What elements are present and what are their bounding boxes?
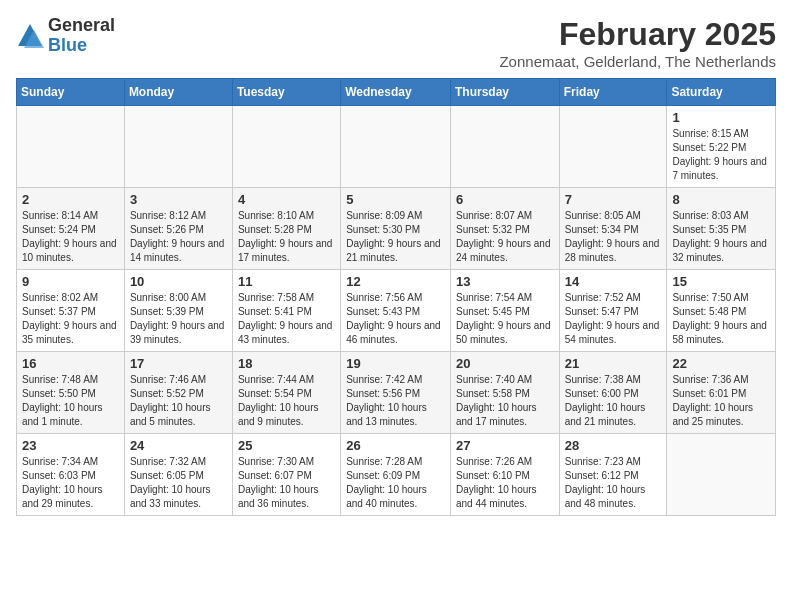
logo: General Blue [16,16,115,56]
day-info: Sunrise: 8:15 AM Sunset: 5:22 PM Dayligh… [672,127,770,183]
day-number: 26 [346,438,445,453]
day-cell-7: 7Sunrise: 8:05 AM Sunset: 5:34 PM Daylig… [559,188,667,270]
week-row-3: 9Sunrise: 8:02 AM Sunset: 5:37 PM Daylig… [17,270,776,352]
empty-cell [17,106,125,188]
day-number: 7 [565,192,662,207]
calendar-subtitle: Zonnemaat, Gelderland, The Netherlands [499,53,776,70]
logo-blue-text: Blue [48,36,115,56]
empty-cell [232,106,340,188]
day-cell-12: 12Sunrise: 7:56 AM Sunset: 5:43 PM Dayli… [341,270,451,352]
day-number: 12 [346,274,445,289]
day-cell-10: 10Sunrise: 8:00 AM Sunset: 5:39 PM Dayli… [124,270,232,352]
day-cell-1: 1Sunrise: 8:15 AM Sunset: 5:22 PM Daylig… [667,106,776,188]
day-cell-8: 8Sunrise: 8:03 AM Sunset: 5:35 PM Daylig… [667,188,776,270]
day-cell-3: 3Sunrise: 8:12 AM Sunset: 5:26 PM Daylig… [124,188,232,270]
day-cell-24: 24Sunrise: 7:32 AM Sunset: 6:05 PM Dayli… [124,434,232,516]
logo-general-text: General [48,16,115,36]
column-header-wednesday: Wednesday [341,79,451,106]
column-header-monday: Monday [124,79,232,106]
day-info: Sunrise: 7:50 AM Sunset: 5:48 PM Dayligh… [672,291,770,347]
column-header-sunday: Sunday [17,79,125,106]
day-number: 20 [456,356,554,371]
day-number: 5 [346,192,445,207]
day-number: 21 [565,356,662,371]
day-number: 23 [22,438,119,453]
day-number: 9 [22,274,119,289]
calendar-title: February 2025 [499,16,776,53]
day-cell-16: 16Sunrise: 7:48 AM Sunset: 5:50 PM Dayli… [17,352,125,434]
day-number: 4 [238,192,335,207]
day-info: Sunrise: 8:14 AM Sunset: 5:24 PM Dayligh… [22,209,119,265]
day-number: 6 [456,192,554,207]
logo-text: General Blue [48,16,115,56]
day-info: Sunrise: 7:23 AM Sunset: 6:12 PM Dayligh… [565,455,662,511]
day-number: 28 [565,438,662,453]
day-cell-28: 28Sunrise: 7:23 AM Sunset: 6:12 PM Dayli… [559,434,667,516]
day-info: Sunrise: 7:34 AM Sunset: 6:03 PM Dayligh… [22,455,119,511]
day-info: Sunrise: 7:30 AM Sunset: 6:07 PM Dayligh… [238,455,335,511]
day-number: 13 [456,274,554,289]
day-number: 10 [130,274,227,289]
title-area: February 2025 Zonnemaat, Gelderland, The… [499,16,776,70]
day-info: Sunrise: 7:46 AM Sunset: 5:52 PM Dayligh… [130,373,227,429]
day-cell-18: 18Sunrise: 7:44 AM Sunset: 5:54 PM Dayli… [232,352,340,434]
day-info: Sunrise: 7:48 AM Sunset: 5:50 PM Dayligh… [22,373,119,429]
day-cell-2: 2Sunrise: 8:14 AM Sunset: 5:24 PM Daylig… [17,188,125,270]
day-info: Sunrise: 8:00 AM Sunset: 5:39 PM Dayligh… [130,291,227,347]
day-info: Sunrise: 8:07 AM Sunset: 5:32 PM Dayligh… [456,209,554,265]
column-header-tuesday: Tuesday [232,79,340,106]
week-row-1: 1Sunrise: 8:15 AM Sunset: 5:22 PM Daylig… [17,106,776,188]
day-info: Sunrise: 8:03 AM Sunset: 5:35 PM Dayligh… [672,209,770,265]
day-info: Sunrise: 7:28 AM Sunset: 6:09 PM Dayligh… [346,455,445,511]
empty-cell [450,106,559,188]
day-cell-25: 25Sunrise: 7:30 AM Sunset: 6:07 PM Dayli… [232,434,340,516]
day-cell-23: 23Sunrise: 7:34 AM Sunset: 6:03 PM Dayli… [17,434,125,516]
header-row: SundayMondayTuesdayWednesdayThursdayFrid… [17,79,776,106]
day-info: Sunrise: 7:40 AM Sunset: 5:58 PM Dayligh… [456,373,554,429]
day-cell-5: 5Sunrise: 8:09 AM Sunset: 5:30 PM Daylig… [341,188,451,270]
day-cell-17: 17Sunrise: 7:46 AM Sunset: 5:52 PM Dayli… [124,352,232,434]
day-info: Sunrise: 7:36 AM Sunset: 6:01 PM Dayligh… [672,373,770,429]
day-cell-11: 11Sunrise: 7:58 AM Sunset: 5:41 PM Dayli… [232,270,340,352]
logo-icon [16,22,44,50]
day-number: 15 [672,274,770,289]
day-cell-21: 21Sunrise: 7:38 AM Sunset: 6:00 PM Dayli… [559,352,667,434]
day-info: Sunrise: 7:26 AM Sunset: 6:10 PM Dayligh… [456,455,554,511]
day-cell-26: 26Sunrise: 7:28 AM Sunset: 6:09 PM Dayli… [341,434,451,516]
day-number: 24 [130,438,227,453]
day-cell-15: 15Sunrise: 7:50 AM Sunset: 5:48 PM Dayli… [667,270,776,352]
day-info: Sunrise: 7:32 AM Sunset: 6:05 PM Dayligh… [130,455,227,511]
column-header-thursday: Thursday [450,79,559,106]
empty-cell [667,434,776,516]
day-cell-19: 19Sunrise: 7:42 AM Sunset: 5:56 PM Dayli… [341,352,451,434]
day-cell-9: 9Sunrise: 8:02 AM Sunset: 5:37 PM Daylig… [17,270,125,352]
day-number: 3 [130,192,227,207]
empty-cell [124,106,232,188]
day-number: 11 [238,274,335,289]
week-row-5: 23Sunrise: 7:34 AM Sunset: 6:03 PM Dayli… [17,434,776,516]
page-header: General Blue February 2025 Zonnemaat, Ge… [16,16,776,70]
day-info: Sunrise: 8:09 AM Sunset: 5:30 PM Dayligh… [346,209,445,265]
day-number: 2 [22,192,119,207]
day-cell-20: 20Sunrise: 7:40 AM Sunset: 5:58 PM Dayli… [450,352,559,434]
day-info: Sunrise: 7:42 AM Sunset: 5:56 PM Dayligh… [346,373,445,429]
day-cell-6: 6Sunrise: 8:07 AM Sunset: 5:32 PM Daylig… [450,188,559,270]
empty-cell [341,106,451,188]
column-header-friday: Friday [559,79,667,106]
day-number: 17 [130,356,227,371]
day-number: 14 [565,274,662,289]
day-info: Sunrise: 7:58 AM Sunset: 5:41 PM Dayligh… [238,291,335,347]
day-number: 18 [238,356,335,371]
day-cell-4: 4Sunrise: 8:10 AM Sunset: 5:28 PM Daylig… [232,188,340,270]
column-header-saturday: Saturday [667,79,776,106]
day-info: Sunrise: 8:12 AM Sunset: 5:26 PM Dayligh… [130,209,227,265]
day-info: Sunrise: 7:54 AM Sunset: 5:45 PM Dayligh… [456,291,554,347]
week-row-2: 2Sunrise: 8:14 AM Sunset: 5:24 PM Daylig… [17,188,776,270]
day-number: 25 [238,438,335,453]
day-cell-22: 22Sunrise: 7:36 AM Sunset: 6:01 PM Dayli… [667,352,776,434]
day-info: Sunrise: 7:52 AM Sunset: 5:47 PM Dayligh… [565,291,662,347]
calendar-table: SundayMondayTuesdayWednesdayThursdayFrid… [16,78,776,516]
day-info: Sunrise: 7:56 AM Sunset: 5:43 PM Dayligh… [346,291,445,347]
week-row-4: 16Sunrise: 7:48 AM Sunset: 5:50 PM Dayli… [17,352,776,434]
empty-cell [559,106,667,188]
